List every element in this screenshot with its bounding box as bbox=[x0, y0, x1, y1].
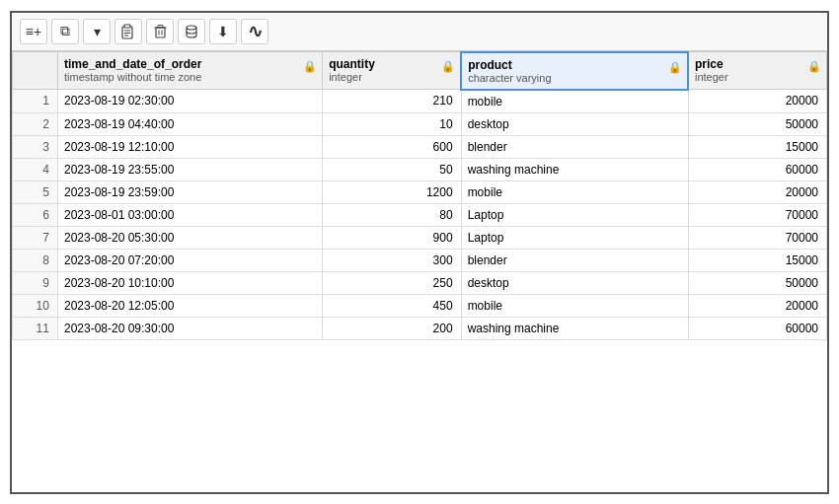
row-number: 4 bbox=[13, 158, 58, 180]
col-name-product: product bbox=[468, 58, 681, 72]
cell-time: 2023-08-19 04:40:00 bbox=[57, 112, 322, 135]
cell-product: blender bbox=[461, 135, 688, 158]
cell-price: 70000 bbox=[688, 226, 827, 249]
col-header-price[interactable]: price integer 🔒 bbox=[688, 52, 827, 90]
clipboard-button[interactable] bbox=[114, 19, 142, 44]
row-number: 9 bbox=[13, 271, 58, 294]
cell-price: 20000 bbox=[688, 294, 827, 317]
delete-button[interactable] bbox=[146, 19, 174, 44]
svg-rect-1 bbox=[124, 25, 130, 28]
cell-quantity: 50 bbox=[323, 158, 461, 180]
cell-product: mobile bbox=[461, 180, 688, 203]
cell-product: desktop bbox=[461, 271, 688, 294]
cell-quantity: 200 bbox=[323, 317, 461, 339]
cell-quantity: 250 bbox=[323, 271, 461, 294]
lock-icon-product: 🔒 bbox=[668, 61, 682, 74]
cell-product: blender bbox=[461, 249, 688, 271]
lock-icon-price: 🔒 bbox=[807, 60, 821, 73]
dropdown-button[interactable]: ▾ bbox=[83, 19, 111, 44]
cell-price: 15000 bbox=[688, 135, 827, 158]
table-row[interactable]: 52023-08-19 23:59:001200mobile20000 bbox=[13, 180, 827, 203]
cell-time: 2023-08-20 09:30:00 bbox=[57, 317, 322, 339]
data-table: time_and_date_of_order timestamp without… bbox=[12, 51, 827, 340]
cell-price: 70000 bbox=[688, 203, 827, 226]
cell-product: washing machine bbox=[461, 317, 688, 339]
cell-product: Laptop bbox=[461, 203, 688, 226]
col-name-time: time_and_date_of_order bbox=[64, 57, 316, 71]
col-type-time: timestamp without time zone bbox=[64, 71, 316, 83]
row-number: 8 bbox=[13, 249, 58, 271]
cell-quantity: 210 bbox=[323, 90, 461, 113]
row-number: 3 bbox=[13, 135, 58, 158]
cell-product: desktop bbox=[461, 112, 688, 135]
col-header-rownum bbox=[13, 52, 58, 90]
cell-product: mobile bbox=[461, 90, 688, 113]
col-name-quantity: quantity bbox=[329, 57, 454, 71]
cell-product: washing machine bbox=[461, 158, 688, 180]
table-row[interactable]: 72023-08-20 05:30:00900Laptop70000 bbox=[13, 226, 827, 249]
download-button[interactable]: ⬇ bbox=[209, 19, 237, 44]
table-row[interactable]: 22023-08-19 04:40:0010desktop50000 bbox=[13, 112, 827, 135]
cell-price: 20000 bbox=[688, 180, 827, 203]
table-row[interactable]: 62023-08-01 03:00:0080Laptop70000 bbox=[13, 203, 827, 226]
table-row[interactable]: 42023-08-19 23:55:0050washing machine600… bbox=[13, 158, 827, 180]
db-button[interactable] bbox=[178, 19, 205, 44]
svg-rect-7 bbox=[158, 26, 163, 28]
table-row[interactable]: 112023-08-20 09:30:00200washing machine6… bbox=[13, 317, 827, 339]
table-row[interactable]: 102023-08-20 12:05:00450mobile20000 bbox=[13, 294, 827, 317]
cell-time: 2023-08-19 23:55:00 bbox=[57, 158, 322, 180]
col-type-product: character varying bbox=[468, 72, 681, 84]
cell-product: mobile bbox=[461, 294, 688, 317]
row-number: 1 bbox=[13, 90, 58, 113]
col-header-time[interactable]: time_and_date_of_order timestamp without… bbox=[57, 52, 322, 90]
cell-price: 50000 bbox=[688, 271, 827, 294]
cell-price: 60000 bbox=[688, 317, 827, 339]
cell-time: 2023-08-19 23:59:00 bbox=[57, 180, 322, 203]
cell-quantity: 1200 bbox=[323, 180, 461, 203]
cell-quantity: 600 bbox=[323, 135, 461, 158]
cell-quantity: 10 bbox=[323, 112, 461, 135]
row-number: 6 bbox=[13, 203, 58, 226]
row-number: 7 bbox=[13, 226, 58, 249]
cell-quantity: 80 bbox=[323, 203, 461, 226]
cell-price: 20000 bbox=[688, 90, 827, 113]
col-header-product[interactable]: product character varying 🔒 bbox=[461, 52, 688, 90]
add-column-button[interactable]: ≡+ bbox=[20, 19, 47, 44]
chart-button[interactable]: ∿ bbox=[241, 19, 268, 44]
cell-quantity: 900 bbox=[323, 226, 461, 249]
cell-product: Laptop bbox=[461, 226, 688, 249]
table-container: time_and_date_of_order timestamp without… bbox=[12, 51, 827, 492]
cell-time: 2023-08-20 05:30:00 bbox=[57, 226, 322, 249]
main-window: ≡+ ⧉ ▾ bbox=[10, 11, 829, 494]
cell-time: 2023-08-20 12:05:00 bbox=[57, 294, 322, 317]
lock-icon-time: 🔒 bbox=[303, 60, 317, 73]
cell-time: 2023-08-20 10:10:00 bbox=[57, 271, 322, 294]
copy-button[interactable]: ⧉ bbox=[51, 19, 79, 44]
cell-price: 60000 bbox=[688, 158, 827, 180]
cell-price: 15000 bbox=[688, 249, 827, 271]
row-number: 10 bbox=[13, 294, 58, 317]
svg-rect-5 bbox=[156, 28, 165, 37]
col-type-quantity: integer bbox=[329, 71, 454, 83]
svg-point-10 bbox=[187, 26, 196, 30]
lock-icon-quantity: 🔒 bbox=[441, 60, 455, 73]
row-number: 2 bbox=[13, 112, 58, 135]
cell-time: 2023-08-19 12:10:00 bbox=[57, 135, 322, 158]
col-type-price: integer bbox=[695, 71, 820, 83]
col-header-quantity[interactable]: quantity integer 🔒 bbox=[323, 52, 461, 90]
col-name-price: price bbox=[695, 57, 820, 71]
row-number: 5 bbox=[13, 180, 58, 203]
toolbar: ≡+ ⧉ ▾ bbox=[12, 13, 827, 51]
table-row[interactable]: 12023-08-19 02:30:00210mobile20000 bbox=[13, 90, 827, 113]
cell-quantity: 450 bbox=[323, 294, 461, 317]
cell-quantity: 300 bbox=[323, 249, 461, 271]
cell-price: 50000 bbox=[688, 112, 827, 135]
cell-time: 2023-08-19 02:30:00 bbox=[57, 90, 322, 113]
table-row[interactable]: 32023-08-19 12:10:00600blender15000 bbox=[13, 135, 827, 158]
table-row[interactable]: 82023-08-20 07:20:00300blender15000 bbox=[13, 249, 827, 271]
row-number: 11 bbox=[13, 317, 58, 339]
cell-time: 2023-08-01 03:00:00 bbox=[57, 203, 322, 226]
table-row[interactable]: 92023-08-20 10:10:00250desktop50000 bbox=[13, 271, 827, 294]
cell-time: 2023-08-20 07:20:00 bbox=[57, 249, 322, 271]
